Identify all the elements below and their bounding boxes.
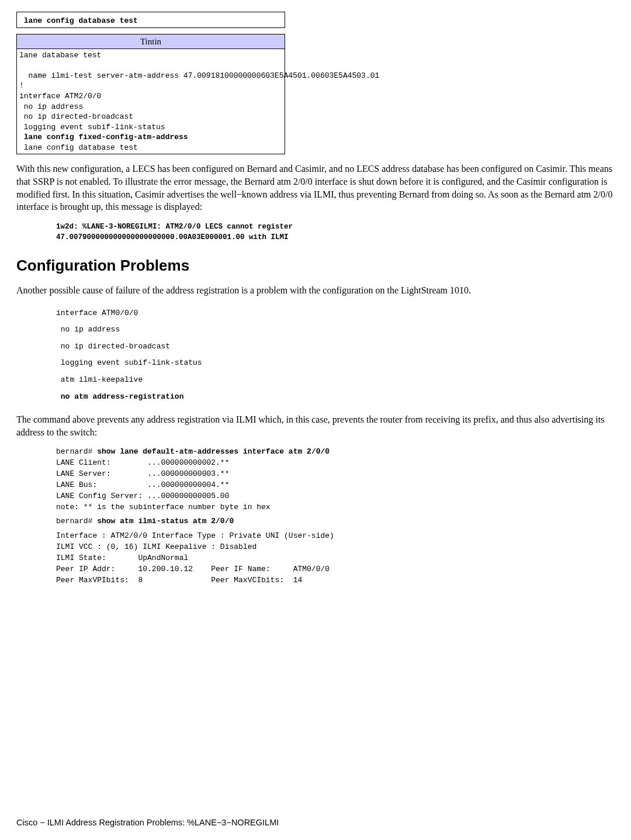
code-iface-l5: atm ilmi-keepalive xyxy=(56,372,615,389)
section-heading-config-problems: Configuration Problems xyxy=(16,255,615,276)
code-iface-l6: no atm address-registration xyxy=(56,389,615,406)
code-block-noregilmi: 1w2d: %LANE-3-NOREGILMI: ATM2/0/0 LECS c… xyxy=(56,222,615,243)
show-l10: ILMI State: UpAndNormal xyxy=(56,553,615,564)
tintin-config-table: Tintin lane database test name ilmi-test… xyxy=(16,34,285,155)
show-l07-cmd: show atm ilmi-status atm 2/0/0 xyxy=(97,517,234,526)
tintin-header: Tintin xyxy=(17,34,285,49)
show-l06: note: ** is the subinterface number byte… xyxy=(56,502,615,513)
code-iface-l2: no ip address xyxy=(56,322,615,338)
show-l07: bernard# show atm ilmi-status atm 2/0/0 xyxy=(56,516,615,527)
paragraph-1: With this new configuration, a LECS has … xyxy=(16,163,615,213)
show-l03: LANE Server: ...000000000003.** xyxy=(56,469,615,480)
code-iface-l1: interface ATM0/0/0 xyxy=(56,305,615,322)
show-l12: Peer MaxVPIbits: 8 Peer MaxVCIbits: 14 xyxy=(56,575,615,586)
show-l01-cmd: show lane default-atm-addresses interfac… xyxy=(97,447,330,456)
tintin-bold-line: lane config fixed-config-atm-address xyxy=(19,132,282,143)
tintin-config-body: lane database test name ilmi-test server… xyxy=(19,50,282,132)
config-fragment-top: lane config database test xyxy=(16,12,285,28)
show-l05: LANE Config Server: ...000000000005.00 xyxy=(56,491,615,502)
code-noregilmi-l1: 1w2d: %LANE-3-NOREGILMI: ATM2/0/0 LECS c… xyxy=(56,222,615,232)
code-block-interface: interface ATM0/0/0 no ip address no ip d… xyxy=(56,305,615,406)
show-l04: LANE Bus: ...000000000004.** xyxy=(56,480,615,491)
code-iface-l4: logging event subif-link-status xyxy=(56,355,615,372)
paragraph-3: The command above prevents any address r… xyxy=(16,413,615,438)
show-l01-prefix: bernard# xyxy=(56,447,97,456)
tintin-last-line: lane config database test xyxy=(19,143,282,153)
code-block-show: bernard# show lane default-atm-addresses… xyxy=(56,447,615,586)
show-l08: Interface : ATM2/0/0 Interface Type : Pr… xyxy=(56,531,615,542)
show-l11: Peer IP Addr: 10.200.10.12 Peer IF Name:… xyxy=(56,564,615,575)
code-noregilmi-l2: 47.007900000000000000000000.00A03E000001… xyxy=(56,232,615,243)
show-l07-prefix: bernard# xyxy=(56,517,97,526)
show-l01: bernard# show lane default-atm-addresses… xyxy=(56,447,615,458)
code-iface-l3: no ip directed-broadcast xyxy=(56,338,615,355)
config-fragment-top-line: lane config database test xyxy=(19,16,138,25)
show-l09: ILMI VCC : (0, 16) ILMI Keepalive : Disa… xyxy=(56,542,615,553)
paragraph-2: Another possible cause of failure of the… xyxy=(16,284,615,297)
show-l02: LANE Client: ...000000000002.** xyxy=(56,458,615,469)
